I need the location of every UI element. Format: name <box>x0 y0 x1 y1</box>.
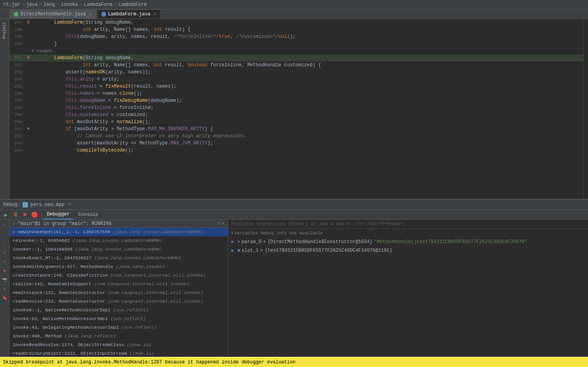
code-line-250: 250 } <box>9 40 583 47</box>
code-line-259: 259 this.customized = customized; <box>9 111 583 118</box>
code-line-249: 249 this(debugName, arity, names, result… <box>9 33 583 40</box>
breadcrumb: rt.jar > java > lang > invoke > LambdaFo… <box>0 0 588 9</box>
evaluate-bar[interactable]: Evaluate expression (Enter) or add a wat… <box>228 220 588 229</box>
code-line-263: 263 assert(maxOutArity <= MethodType.MAX… <box>9 140 583 147</box>
right-gutter <box>583 19 588 199</box>
step-over-icon[interactable]: ↷ <box>1 221 9 229</box>
var-info-item: ℹ Variables debug info not available <box>228 229 588 238</box>
settings-debug-icon[interactable]: ⚙ <box>1 285 9 293</box>
tab-icon-direct <box>14 12 19 17</box>
code-line-254: 254 this.arity = arity; <box>9 76 583 83</box>
var-slot1[interactable]: ▶ ▦ slot_1 = {test7$4321CBA5DF65577F2A25… <box>228 246 588 255</box>
debug-title-label: Debug: <box>3 202 20 208</box>
breadcrumb-item-2[interactable]: java <box>26 2 37 7</box>
step-out-icon[interactable]: ↑ <box>1 240 9 247</box>
run-cursor-icon[interactable]: ⊡ <box>1 249 9 257</box>
bottom-status-bar: Skipped breakpoint at java.lang.invoke.M… <box>0 357 588 367</box>
stack-frame-8[interactable]: readResolve:233, RemoteConstructor (com.… <box>9 297 228 306</box>
left-sidebar: Project <box>0 19 9 199</box>
tab-lambda-form[interactable]: LambdaForm.java × <box>97 9 161 19</box>
debug-icon <box>22 202 28 208</box>
tab-console[interactable]: Console <box>74 210 102 219</box>
stack-frame-4[interactable]: invokeWithArguments:627, MethodHandle (j… <box>9 262 228 271</box>
pause-btn[interactable]: ⏸ <box>11 210 20 219</box>
code-line-255: 255 this.result = fixResult(result, name… <box>9 83 583 90</box>
code-line-252: 252 int arity, Name[] names, int result,… <box>9 62 583 69</box>
param-icon: ● <box>238 238 240 245</box>
resume-btn[interactable]: ▶ <box>2 210 10 219</box>
debug-tab-bar: ▶ ⏸ ■ 🔴 Debugger Console <box>0 210 588 220</box>
debug-status-text: "main"@1 in group "main": RUNNING <box>18 221 112 227</box>
stack-frame-11[interactable]: invoke:43, DelegatingMethodAccessorImpl … <box>9 323 228 332</box>
code-line-261: 261 ▼ if (maxOutArity > MethodType.MAX_M… <box>9 125 583 133</box>
code-usage-label: 6 usages <box>9 47 583 54</box>
code-line-256: 256 this.names = names.clone(); <box>9 90 583 97</box>
stack-frame-1[interactable]: reinvoke:-1, 83954662 (java.lang.invoke.… <box>9 236 228 245</box>
debug-status-bar: ✓ "main"@1 in group "main": RUNNING ▽ ▾ <box>9 220 228 228</box>
tab-icon-lambda <box>101 12 106 17</box>
sidebar-project-label[interactable]: Project <box>2 21 7 40</box>
stack-frame-10[interactable]: invoke:62, NativeMethodAccessorImpl (sun… <box>9 315 228 323</box>
close-tab-lambda[interactable]: × <box>154 12 156 17</box>
close-tab-direct[interactable]: × <box>89 12 92 17</box>
editor-tab-bar: DirectMethodHandle.java × LambdaForm.jav… <box>0 9 588 19</box>
main-area: Project 247 @ LambdaForm(String debugNam… <box>0 19 588 199</box>
stack-frame-0[interactable]: ▶ newInvokeSpecial__L:-1, 1360767589 (ja… <box>9 228 228 236</box>
code-line-253: 253 assert(namesOK(arity, names)); <box>9 69 583 76</box>
breadcrumb-item-3[interactable]: lang <box>43 2 55 7</box>
code-line-260: 260 int maxOutArity = normalize(); <box>9 118 583 125</box>
code-line-247: 247 @ LambdaForm(String debugName, <box>9 19 583 26</box>
dropdown-icon[interactable]: ▾ <box>222 221 225 227</box>
stack-frame-5[interactable]: createInstance:149, ClassDefinition (com… <box>9 271 228 280</box>
breadcrumb-item-6[interactable]: LambdaForm <box>118 2 147 7</box>
step-into-icon[interactable]: ↓ <box>1 230 9 238</box>
code-line-248: 248 int arity, Name[] names, int result)… <box>9 26 583 33</box>
breadcrumb-item-5[interactable]: LambdaForm <box>84 2 112 7</box>
slot-icon: ▦ <box>238 247 240 254</box>
breadcrumb-item-1[interactable]: rt.jar <box>3 2 20 7</box>
filter-icon[interactable]: ▽ <box>218 221 220 227</box>
debug-title-bar: Debug: pers.neo.App × <box>0 200 588 210</box>
status-message: Skipped breakpoint at java.lang.invoke.M… <box>3 360 296 365</box>
tab-direct-method[interactable]: DirectMethodHandle.java × <box>9 9 96 19</box>
var-param0[interactable]: ▶ ● param_0 = {DirectMethodHandle$Constr… <box>228 238 588 246</box>
stack-frame-7[interactable]: newInstance:122, RemoteConstructor (com.… <box>9 288 228 297</box>
code-line-258: 258 this.forceInline = forceInline; <box>9 104 583 111</box>
panel-left-sidebar: ↷ ↓ ↑ ⊡ ≡ ■ 📷 ⚙ 🔖 <box>0 220 9 357</box>
breadcrumb-item-4[interactable]: invoke <box>61 2 78 7</box>
mute-btn[interactable]: 🔴 <box>30 210 39 219</box>
camera-icon[interactable]: 📷 <box>1 276 9 284</box>
close-debug-tab[interactable]: × <box>69 202 71 208</box>
stack-frame-3[interactable]: invokeExact_MT:-1, 2047526627 (java.lang… <box>9 254 228 262</box>
stack-frame-2[interactable]: invoker:-1, 1504109395 (java.lang.invoke… <box>9 245 228 254</box>
debug-app-name[interactable]: pers.neo.App <box>30 202 64 208</box>
code-line-251: 251 @ LambdaForm(String debugName, <box>9 54 583 62</box>
debug-panel: Debug: pers.neo.App × ▶ ⏸ ■ 🔴 Debugger C… <box>0 199 588 357</box>
code-editor[interactable]: 247 @ LambdaForm(String debugName, 248 i… <box>9 19 583 199</box>
stack-frame-9[interactable]: invoke0:-1, NativeMethodAccessorImpl (su… <box>9 306 228 315</box>
code-line-264: 264 compileToBytecode(); <box>9 147 583 154</box>
bookmark-debug-icon[interactable]: 🔖 <box>1 294 9 302</box>
debug-content: ↷ ↓ ↑ ⊡ ≡ ■ 📷 ⚙ 🔖 ✓ "main"@1 in group "m… <box>0 220 588 357</box>
stack-frame-12[interactable]: invoke:498, Method (java.lang.reflect) <box>9 332 228 341</box>
stack-frame-13[interactable]: invokeReadResolve:1274, ObjectStreamClas… <box>9 341 228 349</box>
stack-frame-14[interactable]: readOrdinaryObject:2222, ObjectInputStre… <box>9 349 228 357</box>
stop-btn[interactable]: ■ <box>20 210 29 219</box>
evaluate-icon[interactable]: ≡ <box>1 258 9 266</box>
stack-frame-6[interactable]: realize:142, RemotableSupport (com.tango… <box>9 280 228 288</box>
code-line-262: 262 // Cannot use LF interpreter on very… <box>9 133 583 140</box>
stack-trace[interactable]: ▶ newInvokeSpecial__L:-1, 1360767589 (ja… <box>9 228 228 357</box>
break-icon[interactable]: ■ <box>1 267 9 275</box>
tab-debugger[interactable]: Debugger <box>43 210 74 219</box>
variables-panel: Evaluate expression (Enter) or add a wat… <box>228 220 588 357</box>
code-line-257: 257 this.debugName = fixDebugName(debugN… <box>9 97 583 104</box>
